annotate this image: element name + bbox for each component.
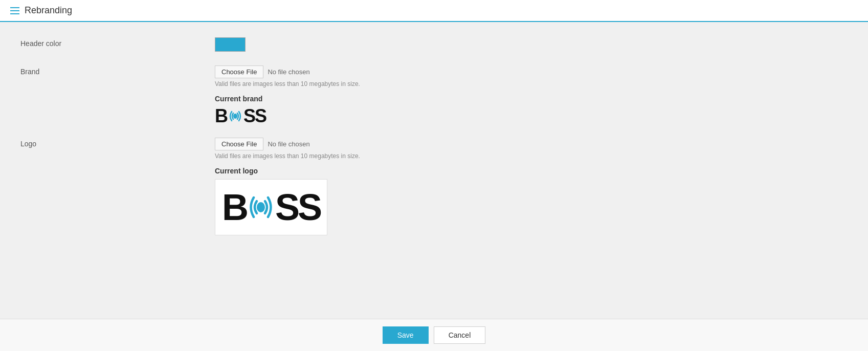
page-wrapper: Rebranding Header color Brand Choose Fil… <box>0 0 868 351</box>
boss-large-ss-letters: SS <box>275 189 320 226</box>
logo-display-wrapper: B SS <box>215 179 327 235</box>
logo-control: Choose File No file chosen Valid files a… <box>215 138 848 235</box>
logo-label: Logo <box>20 138 215 148</box>
boss-b-letter: B <box>215 107 227 125</box>
brand-row: Brand Choose File No file chosen Valid f… <box>20 65 848 125</box>
boss-large-b-letter: B <box>222 189 247 226</box>
brand-choose-file-button[interactable]: Choose File <box>215 65 263 78</box>
header-color-row: Header color <box>20 37 848 53</box>
current-brand-label: Current brand <box>215 95 848 103</box>
boss-signal-icon-small <box>228 107 242 125</box>
footer-bar: Save Cancel <box>0 319 868 351</box>
svg-point-0 <box>233 114 237 119</box>
brand-no-file-text: No file chosen <box>268 68 309 76</box>
current-logo-label: Current logo <box>215 167 848 175</box>
page-title: Rebranding <box>25 5 72 16</box>
logo-choose-file-button[interactable]: Choose File <box>215 138 263 150</box>
header-color-label: Header color <box>20 37 215 48</box>
brand-logo-display: B SS <box>215 107 266 125</box>
logo-display: B SS <box>222 189 320 226</box>
cancel-button[interactable]: Cancel <box>434 326 486 344</box>
brand-valid-files-hint: Valid files are images less than 10 mega… <box>215 80 848 87</box>
brand-label: Brand <box>20 65 215 76</box>
hamburger-icon[interactable] <box>10 7 19 14</box>
header-bar: Rebranding <box>0 0 868 22</box>
logo-row: Logo Choose File No file chosen Valid fi… <box>20 138 848 235</box>
save-button[interactable]: Save <box>383 326 429 344</box>
logo-no-file-text: No file chosen <box>268 140 309 148</box>
header-color-control <box>215 37 848 53</box>
header-color-swatch[interactable] <box>215 37 246 52</box>
logo-file-input-row: Choose File No file chosen <box>215 138 848 150</box>
brand-control: Choose File No file chosen Valid files a… <box>215 65 848 125</box>
brand-file-input-row: Choose File No file chosen <box>215 65 848 78</box>
main-content: Header color Brand Choose File No file c… <box>0 22 868 319</box>
boss-signal-icon-large <box>248 189 274 226</box>
logo-valid-files-hint: Valid files are images less than 10 mega… <box>215 152 848 160</box>
boss-ss-letters: SS <box>243 107 266 125</box>
svg-point-1 <box>257 202 265 212</box>
